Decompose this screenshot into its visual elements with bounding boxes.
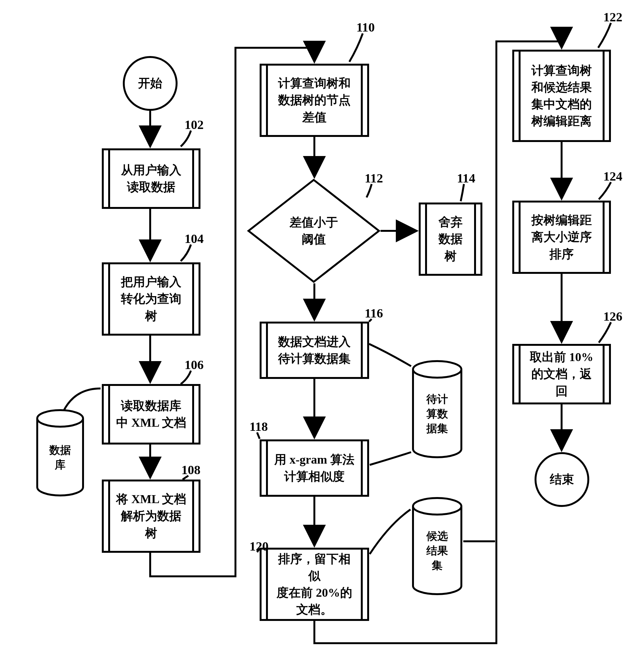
process-108: 将 XML 文档解析为数据树 xyxy=(102,480,201,553)
datastore-pending: 待计算数据集 xyxy=(412,360,463,458)
process-116: 数据文档进入待计算数据集 xyxy=(260,322,369,379)
process-102-text: 从用户输入读取数据 xyxy=(112,162,190,196)
process-114-text: 舍弃数据树 xyxy=(429,214,471,265)
datastore-pending-label: 待计算数据集 xyxy=(426,392,448,436)
datastore-main: 数据库 xyxy=(36,409,84,497)
start-terminator: 开始 xyxy=(123,56,178,111)
ref-102: 102 xyxy=(185,117,204,132)
ref-116: 116 xyxy=(365,306,383,321)
process-110-text: 计算查询树和数据树的节点差值 xyxy=(269,75,360,126)
datastore-candidate: 候选结果集 xyxy=(412,497,463,596)
process-126-text: 取出前 10%的文档，返回 xyxy=(517,349,606,400)
process-118: 用 x-gram 算法计算相似度 xyxy=(260,439,369,497)
ref-124: 124 xyxy=(603,169,623,184)
process-126: 取出前 10%的文档，返回 xyxy=(512,344,611,404)
datastore-candidate-label: 候选结果集 xyxy=(426,529,448,573)
process-104: 把用户输入转化为查询树 xyxy=(102,262,201,336)
process-102: 从用户输入读取数据 xyxy=(102,148,201,209)
svg-point-3 xyxy=(413,498,462,515)
ref-110: 110 xyxy=(356,20,375,35)
ref-126: 126 xyxy=(603,309,623,324)
process-114: 舍弃数据树 xyxy=(419,202,482,276)
svg-point-2 xyxy=(413,361,462,378)
process-124-text: 按树编辑距离大小逆序排序 xyxy=(523,212,601,263)
process-124: 按树编辑距离大小逆序排序 xyxy=(512,201,611,274)
process-104-text: 把用户输入转化为查询树 xyxy=(112,273,190,325)
datastore-main-label: 数据库 xyxy=(49,443,71,472)
start-label: 开始 xyxy=(138,75,162,92)
process-108-text: 将 XML 文档解析为数据树 xyxy=(107,491,195,542)
ref-108: 108 xyxy=(181,462,201,477)
ref-118: 118 xyxy=(249,419,268,434)
process-116-text: 数据文档进入待计算数据集 xyxy=(269,333,360,367)
process-118-text: 用 x-gram 算法计算相似度 xyxy=(265,451,363,485)
process-110: 计算查询树和数据树的节点差值 xyxy=(260,64,369,137)
process-106: 读取数据库中 XML 文档 xyxy=(102,384,201,444)
ref-106: 106 xyxy=(185,357,204,372)
end-label: 结束 xyxy=(550,471,574,488)
process-120: 排序，留下相似度在前 20%的文档。 xyxy=(260,548,369,621)
ref-104: 104 xyxy=(185,231,204,246)
ref-120: 120 xyxy=(249,539,268,554)
decision-112-text: 差值小于阈值 xyxy=(290,214,338,248)
decision-112: 差值小于阈值 xyxy=(247,178,381,283)
ref-122: 122 xyxy=(603,10,623,25)
ref-114: 114 xyxy=(457,171,475,186)
ref-112: 112 xyxy=(365,171,383,186)
process-106-text: 读取数据库中 XML 文档 xyxy=(107,397,195,431)
process-120-text: 排序，留下相似度在前 20%的文档。 xyxy=(265,551,364,618)
end-terminator: 结束 xyxy=(535,452,589,507)
process-122: 计算查询树和候选结果集中文档的树编辑距离 xyxy=(512,50,611,142)
process-122-text: 计算查询树和候选结果集中文档的树编辑距离 xyxy=(523,62,601,130)
svg-point-0 xyxy=(37,410,83,427)
